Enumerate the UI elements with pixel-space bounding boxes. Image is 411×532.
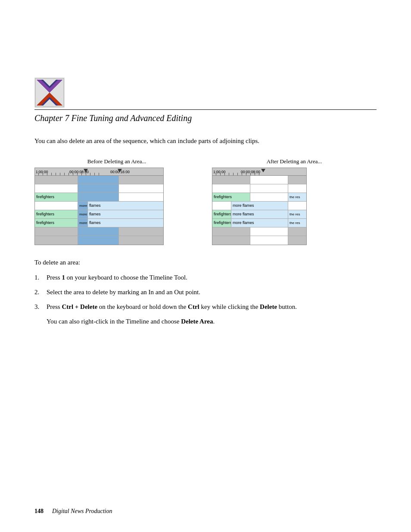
- before-t6-c3: flames: [88, 219, 163, 227]
- before-ruler-t1: 1:00:00: [36, 170, 48, 174]
- before-t5-c2: more: [78, 210, 88, 218]
- after-t7-c2: [250, 227, 288, 236]
- instruction-2: 2. Select the area to delete by marking …: [34, 287, 377, 297]
- after-t4-c2: more flames: [231, 202, 288, 210]
- after-t6-c3: the res: [288, 219, 306, 227]
- header-section: Chapter 7 Fine Tuning and Advanced Editi…: [0, 0, 411, 123]
- after-t5-c1: firefighters: [212, 210, 231, 218]
- after-t3-c2: [250, 193, 288, 201]
- instruction-3-text: Press Ctrl + Delete on the keyboard or h…: [47, 302, 377, 312]
- after-track-8: [212, 236, 306, 245]
- after-track-1: [212, 176, 306, 184]
- before-track-5: firefighters more flames: [35, 210, 163, 219]
- before-t2-c3: [119, 184, 163, 193]
- after-track-5: firefighters more flames the res: [212, 210, 306, 219]
- instruction-3-ctrl: Ctrl: [188, 303, 199, 310]
- before-playhead-icon: [84, 169, 88, 172]
- intro-text: You can also delete an area of the seque…: [34, 136, 377, 146]
- before-t7-c2: [78, 227, 119, 236]
- before-t7-c1: [35, 227, 78, 236]
- footer-page-number: 148: [34, 508, 44, 515]
- before-timeline: 1:00:00: [34, 168, 164, 245]
- footer-title: Digital News Production: [52, 508, 112, 515]
- before-diagram: Before Deleting an Area... 1:00:00: [34, 158, 199, 245]
- instruction-sub: You can also right-click in the Timeline…: [34, 316, 377, 327]
- chapter-divider: [34, 109, 377, 110]
- before-t7-c3: [119, 227, 163, 236]
- after-track-6: firefighters more flames the res: [212, 219, 306, 227]
- before-t1-c2: [78, 176, 119, 184]
- after-diagram: After Deleting an Area... 1:00:00: [212, 158, 377, 245]
- after-ruler-t2: 00:00:08:00: [241, 170, 260, 174]
- before-t1-c1: [35, 176, 78, 184]
- instruction-3-num: 3.: [34, 302, 43, 312]
- before-t4-c3: flames: [88, 202, 163, 210]
- instruction-3-ctrl-delete: Ctrl + Delete: [62, 303, 97, 310]
- instruction-sub-text: You can also right-click in the Timeline…: [47, 318, 215, 325]
- after-caption: After Deleting an Area...: [212, 158, 377, 165]
- before-t4-c1: [35, 202, 78, 210]
- before-t5-c3: flames: [88, 210, 163, 218]
- instruction-2-text: Select the area to delete by marking an …: [47, 287, 377, 297]
- before-track-8: [35, 236, 163, 245]
- after-t8-c2: [250, 236, 288, 245]
- after-ruler-t1: 1:00:00: [213, 170, 225, 174]
- before-playhead2-icon: [118, 169, 122, 172]
- before-track-1: [35, 176, 163, 184]
- before-t1-c3: [119, 176, 163, 184]
- after-t2-c2: [250, 184, 288, 193]
- before-t6-c2: more: [78, 219, 88, 227]
- page-footer: 148 Digital News Production: [34, 508, 377, 515]
- before-t8-c3: [119, 236, 163, 245]
- before-ruler: 1:00:00: [35, 168, 163, 176]
- instruction-1-bold: 1: [62, 274, 65, 281]
- instruction-3-delete: Delete: [260, 303, 277, 310]
- after-t6-c2: more flames: [231, 219, 288, 227]
- instructions-section: To delete an area: 1. Press 1 on your ke…: [0, 259, 411, 327]
- after-track-4: more flames: [212, 202, 306, 210]
- after-t2-c3: [288, 184, 306, 193]
- after-t7-c1: [212, 227, 250, 236]
- after-track-7: [212, 227, 306, 236]
- after-t3-c3: the res: [288, 193, 306, 201]
- after-timeline: 1:00:00 00:00:08:00: [212, 168, 307, 245]
- instruction-2-num: 2.: [34, 287, 43, 297]
- before-t3-c3: [119, 193, 163, 201]
- before-t4-c2: more: [78, 202, 88, 210]
- instructions-header: To delete an area:: [34, 259, 377, 266]
- before-t5-c1: firefighters: [35, 210, 78, 218]
- before-t8-c2: [78, 236, 119, 245]
- instruction-3: 3. Press Ctrl + Delete on the keyboard o…: [34, 302, 377, 312]
- after-t7-c3: [288, 227, 306, 236]
- after-t8-c1: [212, 236, 250, 245]
- after-t3-c1: firefighters: [212, 193, 250, 201]
- after-t6-c1: firefighters: [212, 219, 231, 227]
- instruction-1-text: Press 1 on your keyboard to choose the T…: [47, 272, 377, 283]
- before-t3-c2: [78, 193, 119, 201]
- before-track-6: firefighters more flames: [35, 219, 163, 227]
- before-t6-c1: firefighters: [35, 219, 78, 227]
- after-track-2: [212, 184, 306, 193]
- chapter-title: Chapter 7 Fine Tuning and Advanced Editi…: [34, 113, 377, 123]
- before-t2-c1: [35, 184, 78, 193]
- after-t4-c3: [288, 202, 306, 210]
- before-track-3: firefighters: [35, 193, 163, 202]
- chapter-logo-icon: [34, 78, 65, 108]
- instruction-1-num: 1.: [34, 272, 43, 283]
- after-playhead-icon: [261, 169, 265, 172]
- after-t8-c3: [288, 236, 306, 245]
- before-track-4: more flames: [35, 202, 163, 210]
- after-t5-c2: more flames: [231, 210, 288, 218]
- before-caption: Before Deleting an Area...: [34, 158, 199, 165]
- instruction-1: 1. Press 1 on your keyboard to choose th…: [34, 272, 377, 283]
- diagrams-row: Before Deleting an Area... 1:00:00: [34, 158, 377, 245]
- content-section: You can also delete an area of the seque…: [0, 136, 411, 245]
- after-t1-c2: [250, 176, 288, 184]
- before-t3-c1: firefighters: [35, 193, 78, 201]
- after-track-3: firefighters the res: [212, 193, 306, 202]
- before-t8-c1: [35, 236, 78, 245]
- instruction-sub-bold: Delete Area: [181, 318, 213, 325]
- after-t4-c1: [212, 202, 231, 210]
- after-t2-c1: [212, 184, 250, 193]
- after-ruler: 1:00:00 00:00:08:00: [212, 168, 306, 176]
